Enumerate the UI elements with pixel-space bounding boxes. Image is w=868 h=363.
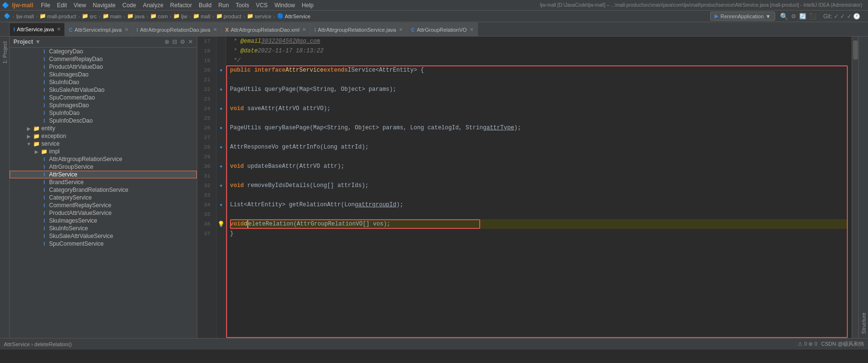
code-line[interactable] xyxy=(230,75,848,85)
tree-item[interactable]: ▼📁service xyxy=(10,140,197,148)
menu-code[interactable]: Code xyxy=(119,1,139,10)
menu-build[interactable]: Build xyxy=(196,1,215,10)
bc-java[interactable]: 📁 java xyxy=(127,13,144,19)
bc-attrservice[interactable]: 🔵 AttrService xyxy=(277,13,311,19)
tree-item[interactable]: ISpuInfoDao xyxy=(10,109,197,117)
panel-dropdown[interactable]: ▼ xyxy=(35,38,41,45)
code-line[interactable]: AttrResponseVo getAttrInfo(Long attrId); xyxy=(230,142,848,152)
code-line[interactable]: void removeByIdsDetails(Long[] attrIds); xyxy=(230,181,848,190)
tree-item[interactable]: ISkuInfoDao xyxy=(10,78,197,86)
panel-icon-settings[interactable]: ⚙ xyxy=(180,38,185,45)
code-line[interactable] xyxy=(230,152,848,162)
project-side-tab[interactable]: 1: Project xyxy=(1,38,9,67)
tree-item[interactable]: ISkuImagesService xyxy=(10,217,197,225)
tree-item[interactable]: ICategoryDao xyxy=(10,48,197,55)
tree-item[interactable]: ▶📁exception xyxy=(10,132,197,140)
menu-help[interactable]: Help xyxy=(299,1,317,10)
bc-com[interactable]: 📁 com xyxy=(150,13,168,19)
code-editor[interactable]: 1718192021222324252627282930313233343536… xyxy=(197,37,852,338)
panel-icon-close[interactable]: ✕ xyxy=(188,38,193,45)
tree-item[interactable]: ICommentReplayService xyxy=(10,201,197,209)
tree-item[interactable]: IAttrGroupService xyxy=(10,163,197,171)
menu-file[interactable]: File xyxy=(38,1,53,10)
tree-item[interactable]: ISkuSaleAttrValueService xyxy=(10,232,197,240)
panel-icon-collapse[interactable]: ⊟ xyxy=(172,38,177,45)
bc-service[interactable]: 📁 service xyxy=(247,13,271,19)
tab-attrattrgroup-dao[interactable]: I AttrAttrgroupRelationDao.java ✕ xyxy=(133,23,221,36)
tree-item[interactable]: ISkuSaleAttrValueDao xyxy=(10,86,197,94)
code-line[interactable] xyxy=(230,171,848,181)
tree-item[interactable]: ▶📁impl xyxy=(10,148,197,155)
tab-attrattrgroup-service[interactable]: I AttrAttrgroupRelationService.java ✕ xyxy=(310,23,407,36)
menu-view[interactable]: View xyxy=(71,1,89,10)
code-line[interactable]: } xyxy=(230,229,848,238)
code-line[interactable]: void saveAttr(AttrVO attrVO); xyxy=(230,104,848,113)
tab-close-4[interactable]: ✕ xyxy=(302,27,306,32)
menu-edit[interactable]: Edit xyxy=(54,1,70,10)
tree-item[interactable]: IProductAttrValueDao xyxy=(10,63,197,71)
code-line[interactable]: void deleteRelation(AttrGroupRelationVO[… xyxy=(230,219,848,229)
menu-run[interactable]: Run xyxy=(216,1,232,10)
bc-project[interactable]: ljw-mall xyxy=(16,13,34,19)
tree-item[interactable]: ICategoryBrandRelationService xyxy=(10,186,197,194)
code-line[interactable] xyxy=(230,113,848,123)
tree-item[interactable]: ISpuCommentDao xyxy=(10,94,197,101)
tree-item[interactable]: IProductAttrValueService xyxy=(10,209,197,217)
tree-item[interactable]: ISkuInfoService xyxy=(10,225,197,232)
tree-item[interactable]: ICategoryService xyxy=(10,194,197,201)
tree-item[interactable]: ISkuImagesDao xyxy=(10,71,197,78)
status-breadcrumb: AttrService › deleteRelation() xyxy=(4,341,72,347)
code-line[interactable] xyxy=(230,210,848,219)
tab-close-6[interactable]: ✕ xyxy=(470,27,473,32)
code-line[interactable] xyxy=(230,133,848,142)
menu-tools[interactable]: Tools xyxy=(233,1,252,10)
code-line[interactable] xyxy=(230,94,848,104)
tree-item[interactable]: IAttrAttrgroupRelationService xyxy=(10,155,197,163)
menu-refactor[interactable]: Refactor xyxy=(167,1,195,10)
bc-module[interactable]: 📁 mall-product xyxy=(39,13,77,19)
bc-src[interactable]: 📁 src xyxy=(82,13,97,19)
panel-icon-sync[interactable]: ⊕ xyxy=(165,38,169,45)
menu-vcs[interactable]: VCS xyxy=(253,1,271,10)
tab-attrserviceimpl[interactable]: C AttrServiceImpl.java ✕ xyxy=(65,23,133,36)
tab-close-3[interactable]: ✕ xyxy=(213,27,217,32)
code-line[interactable]: PageUtils queryBasePage(Map<String, Obje… xyxy=(230,123,848,133)
code-lines[interactable]: * @email 3032204562@qq.com * @date 2022-… xyxy=(226,37,852,338)
tree-item[interactable]: ISpuInfoDescDao xyxy=(10,117,197,125)
tree-item[interactable]: ICommentReplayDao xyxy=(10,55,197,63)
bc-mall[interactable]: 📁 mall xyxy=(193,13,210,19)
run-config-button[interactable]: ▶ RenrenApplication ▼ xyxy=(710,12,775,21)
code-line[interactable]: void updateBaseAttr(AttrVO attr); xyxy=(230,162,848,171)
gutter-icon xyxy=(217,229,226,238)
bc-product[interactable]: 📁 product xyxy=(216,13,242,19)
tree-item[interactable]: ▶📁entity xyxy=(10,125,197,132)
code-line[interactable]: * @date 2022-11-17 18:13:22 xyxy=(230,46,848,56)
tab-attrgrouprelation-vo[interactable]: C AttrGroupRelationVO ✕ xyxy=(407,23,478,36)
tab-close-2[interactable]: ✕ xyxy=(125,27,128,32)
tab-close-1[interactable]: ✕ xyxy=(57,26,61,32)
menu-window[interactable]: Window xyxy=(271,1,298,10)
tree-item[interactable]: IAttrService xyxy=(10,171,197,178)
code-line[interactable] xyxy=(230,190,848,200)
menu-analyze[interactable]: Analyze xyxy=(140,1,166,10)
code-line[interactable]: List<AttrEntity> getRelationAttr(Long at… xyxy=(230,200,848,210)
menu-navigate[interactable]: Navigate xyxy=(90,1,118,10)
bc-ljw[interactable]: 📁 ljw xyxy=(173,13,187,19)
structure-panel: Structure xyxy=(858,37,868,338)
tree-label: SkuInfoDao xyxy=(48,79,79,86)
code-line[interactable]: PageUtils queryPage(Map<String, Object> … xyxy=(230,85,848,94)
tree-item[interactable]: ISpuCommentService xyxy=(10,240,197,248)
tab-attrattrgroup-xml[interactable]: X AttrAttrgroupRelationDao.xml ✕ xyxy=(221,23,310,36)
tree-item[interactable]: ISpuImagesDao xyxy=(10,101,197,109)
structure-side-tab[interactable]: Structure xyxy=(860,309,868,338)
scroll-indicator[interactable] xyxy=(853,40,858,60)
tree-item[interactable]: IBrandService xyxy=(10,178,197,186)
code-line[interactable]: */ xyxy=(230,56,848,65)
tab-close-5[interactable]: ✕ xyxy=(399,27,403,32)
tree-label: SpuCommentService xyxy=(48,240,103,247)
code-line[interactable]: public interface AttrService extends ISe… xyxy=(230,65,848,75)
code-line[interactable]: * @email 3032204562@qq.com xyxy=(230,37,848,46)
tab-attrservice[interactable]: I AttrService.java ✕ xyxy=(10,23,65,36)
interface-icon: I xyxy=(40,87,48,93)
bc-main[interactable]: 📁 main xyxy=(102,13,122,19)
